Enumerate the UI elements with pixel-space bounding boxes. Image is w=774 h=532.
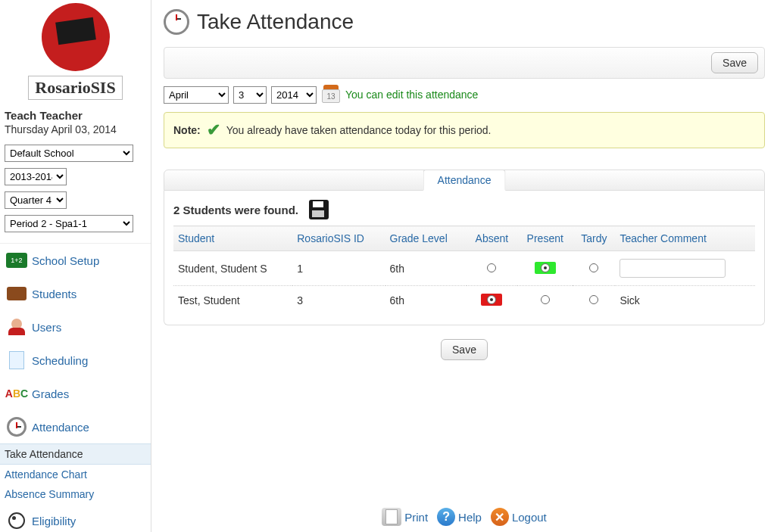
print-icon xyxy=(382,508,401,526)
date-controls: April 3 2014 13 You can edit this attend… xyxy=(164,85,765,104)
check-icon: ✔ xyxy=(207,120,220,140)
current-date: Thursday April 03, 2014 xyxy=(5,123,146,135)
nav-scheduling[interactable]: Scheduling xyxy=(0,344,151,377)
cell-student: Student, Student S xyxy=(173,251,292,286)
col-grade[interactable]: Grade Level xyxy=(385,226,467,251)
attendance-panel: 2 Students were found. Student RosarioSI… xyxy=(164,191,765,325)
nav-eligibility[interactable]: Eligibility xyxy=(0,504,151,532)
radio-red[interactable] xyxy=(481,262,502,274)
chalkboard-icon: 1+2 xyxy=(6,253,27,268)
briefcase-icon xyxy=(7,287,27,300)
col-tardy[interactable]: Tardy xyxy=(573,226,615,251)
clock-icon xyxy=(7,417,27,437)
cell-student: Test, Student xyxy=(173,286,292,315)
abc-icon: ABC xyxy=(5,387,28,400)
save-button[interactable]: Save xyxy=(711,52,758,73)
table-row: Test, Student36thSick xyxy=(173,286,755,315)
edit-attendance-link[interactable]: You can edit this attendance xyxy=(345,89,478,101)
period-select[interactable]: Period 2 - Spa1-1 xyxy=(5,215,133,232)
logo: RosarioSIS xyxy=(0,0,151,109)
comment-input[interactable] xyxy=(620,259,726,278)
col-present[interactable]: Present xyxy=(517,226,573,251)
results-count: 2 Students were found. xyxy=(173,204,298,216)
logout-link[interactable]: ✕Logout xyxy=(491,508,547,526)
comment-text: Sick xyxy=(615,286,755,315)
col-absent[interactable]: Absent xyxy=(467,226,517,251)
quarter-select[interactable]: Quarter 4 xyxy=(5,191,67,209)
nav-grades[interactable]: ABCGrades xyxy=(0,377,151,410)
radio-green[interactable] xyxy=(535,262,556,274)
logo-text: RosarioSIS xyxy=(28,76,122,100)
month-select[interactable]: April xyxy=(164,86,229,104)
cell-grade: 6th xyxy=(385,286,467,315)
calendar-icon[interactable]: 13 xyxy=(321,85,341,104)
save-disk-icon[interactable] xyxy=(309,200,329,219)
col-id[interactable]: RosarioSIS ID xyxy=(292,226,385,251)
attendance-table: Student RosarioSIS ID Grade Level Absent… xyxy=(173,226,755,314)
top-toolbar: Save xyxy=(164,47,765,79)
print-link[interactable]: Print xyxy=(382,508,428,526)
nav-school-setup[interactable]: 1+2School Setup xyxy=(0,244,151,277)
note-text: You already have taken attendance today … xyxy=(226,124,492,136)
nav-take-attendance[interactable]: Take Attendance xyxy=(0,443,151,465)
year-select[interactable]: 2013-2014 xyxy=(5,168,67,185)
cell-id: 3 xyxy=(292,286,385,315)
radio-red[interactable] xyxy=(481,294,502,306)
user-name: Teach Teacher xyxy=(5,109,146,122)
nav-absence-summary[interactable]: Absence Summary xyxy=(0,484,151,504)
logout-icon: ✕ xyxy=(491,508,509,526)
year-select[interactable]: 2014 xyxy=(271,86,317,104)
radio-[interactable] xyxy=(583,262,604,274)
radio-green[interactable] xyxy=(535,294,556,306)
school-select[interactable]: Default School xyxy=(5,145,133,162)
day-select[interactable]: 3 xyxy=(233,86,267,104)
help-icon: ? xyxy=(437,508,455,526)
page-icon xyxy=(9,351,24,369)
clock-icon xyxy=(164,9,189,35)
nav-users[interactable]: Users xyxy=(0,310,151,344)
tab-bar: Attendance xyxy=(164,170,765,191)
person-icon xyxy=(11,319,22,329)
note-box: Note: ✔ You already have taken attendanc… xyxy=(164,112,765,148)
nav-attendance[interactable]: Attendance xyxy=(0,410,151,443)
tab-attendance[interactable]: Attendance xyxy=(423,170,506,191)
note-label: Note: xyxy=(173,124,201,136)
table-row: Student, Student S16th xyxy=(173,251,755,286)
radio-[interactable] xyxy=(583,294,604,306)
page-title: Take Attendance xyxy=(164,9,765,35)
cell-id: 1 xyxy=(292,251,385,286)
cell-grade: 6th xyxy=(385,251,467,286)
help-link[interactable]: ?Help xyxy=(437,508,482,526)
sidebar: RosarioSIS Teach Teacher Thursday April … xyxy=(0,0,151,532)
col-student[interactable]: Student xyxy=(173,226,292,251)
col-comment[interactable]: Teacher Comment xyxy=(615,226,755,251)
ball-icon xyxy=(8,512,25,529)
main-content: Take Attendance Save April 3 2014 13 You… xyxy=(151,0,774,532)
nav-attendance-chart[interactable]: Attendance Chart xyxy=(0,465,151,484)
footer: Print ?Help ✕Logout xyxy=(164,502,765,532)
save-button-bottom[interactable]: Save xyxy=(441,339,488,360)
nav-students[interactable]: Students xyxy=(0,277,151,310)
